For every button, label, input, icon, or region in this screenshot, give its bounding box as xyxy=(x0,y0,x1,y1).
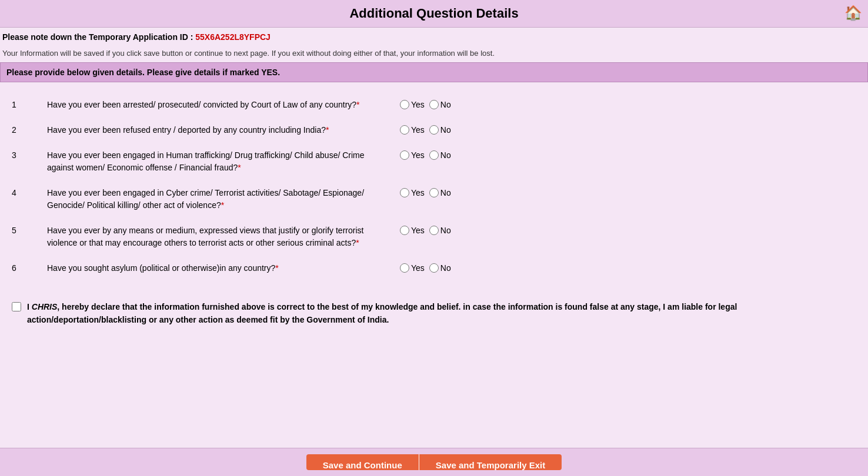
question-options-5: Yes No xyxy=(400,224,470,235)
app-id-bar: Please note down the Temporary Applicati… xyxy=(0,28,868,46)
no-option-6[interactable]: No xyxy=(429,263,451,273)
page-title: Additional Question Details xyxy=(6,6,862,21)
yes-radio-3[interactable] xyxy=(400,150,409,160)
no-radio-5[interactable] xyxy=(429,226,439,235)
app-id-label: Please note down the Temporary Applicati… xyxy=(2,32,193,42)
required-marker-2: * xyxy=(326,125,329,135)
question-text-3: Have you ever been engaged in Human traf… xyxy=(47,149,400,174)
declaration-content: I CHRIS, hereby declare that the informa… xyxy=(27,300,856,327)
no-radio-3[interactable] xyxy=(429,150,439,160)
yes-radio-4[interactable] xyxy=(400,188,409,197)
no-option-4[interactable]: No xyxy=(429,188,451,197)
question-number-4: 4 xyxy=(12,187,47,197)
no-option-3[interactable]: No xyxy=(429,150,451,160)
app-id-value: 55X6A252L8YFPCJ xyxy=(195,32,271,42)
yes-radio-2[interactable] xyxy=(400,125,409,135)
questions-section: 1 Have you ever been arrested/ prosecute… xyxy=(0,82,868,291)
yes-radio-6[interactable] xyxy=(400,263,409,273)
question-row-5: 5 Have you ever by any means or medium, … xyxy=(12,222,856,252)
no-option-2[interactable]: No xyxy=(429,125,451,135)
question-number-5: 5 xyxy=(12,224,47,235)
declaration-after: , hereby declare that the information fu… xyxy=(27,302,737,324)
question-number-3: 3 xyxy=(12,149,47,160)
declaration-text: I CHRIS, hereby declare that the informa… xyxy=(12,300,856,327)
question-text-4: Have you ever been engaged in Cyber crim… xyxy=(47,187,400,212)
question-row-1: 1 Have you ever been arrested/ prosecute… xyxy=(12,96,856,113)
question-text-5: Have you ever by any means or medium, ex… xyxy=(47,224,400,249)
no-radio-4[interactable] xyxy=(429,188,439,197)
required-marker-5: * xyxy=(356,238,359,247)
no-radio-1[interactable] xyxy=(429,100,439,109)
info-text: Your Information will be saved if you cl… xyxy=(0,46,868,62)
question-text-1: Have you ever been arrested/ prosecuted/… xyxy=(47,99,400,111)
question-number-6: 6 xyxy=(12,262,47,273)
question-number-1: 1 xyxy=(12,99,47,109)
yes-option-3[interactable]: Yes xyxy=(400,150,425,160)
yes-option-5[interactable]: Yes xyxy=(400,226,425,235)
question-options-1: Yes No xyxy=(400,99,470,109)
required-marker-1: * xyxy=(356,100,359,109)
question-row-6: 6 Have you sought asylum (political or o… xyxy=(12,260,856,277)
question-text-6: Have you sought asylum (political or oth… xyxy=(47,262,400,274)
required-marker-3: * xyxy=(238,163,241,172)
declaration-name: CHRIS xyxy=(32,302,58,311)
question-number-2: 2 xyxy=(12,124,47,135)
question-row-4: 4 Have you ever been engaged in Cyber cr… xyxy=(12,185,856,214)
question-row-3: 3 Have you ever been engaged in Human tr… xyxy=(12,147,856,176)
no-radio-6[interactable] xyxy=(429,263,439,273)
question-options-6: Yes No xyxy=(400,262,470,273)
question-options-3: Yes No xyxy=(400,149,470,160)
question-options-2: Yes No xyxy=(400,124,470,135)
home-icon[interactable]: 🏠 xyxy=(844,5,862,21)
save-continue-button[interactable]: Save and Continue xyxy=(306,454,419,470)
instruction-bar: Please provide below given details. Plea… xyxy=(0,62,868,82)
question-text-2: Have you ever been refused entry / depor… xyxy=(47,124,400,136)
yes-option-6[interactable]: Yes xyxy=(400,263,425,273)
yes-radio-5[interactable] xyxy=(400,226,409,235)
no-option-5[interactable]: No xyxy=(429,226,451,235)
declaration-checkbox[interactable] xyxy=(12,302,21,311)
header-bar: Additional Question Details 🏠 xyxy=(0,0,868,28)
yes-option-1[interactable]: Yes xyxy=(400,100,425,109)
yes-option-4[interactable]: Yes xyxy=(400,188,425,197)
no-option-1[interactable]: No xyxy=(429,100,451,109)
save-exit-button[interactable]: Save and Temporarily Exit xyxy=(419,454,562,470)
required-marker-4: * xyxy=(221,200,224,210)
no-radio-2[interactable] xyxy=(429,125,439,135)
yes-radio-1[interactable] xyxy=(400,100,409,109)
required-marker-6: * xyxy=(275,263,278,273)
question-options-4: Yes No xyxy=(400,187,470,197)
question-row-2: 2 Have you ever been refused entry / dep… xyxy=(12,122,856,139)
yes-option-2[interactable]: Yes xyxy=(400,125,425,135)
declaration-section: I CHRIS, hereby declare that the informa… xyxy=(0,291,868,336)
footer-bar: Save and Continue Save and Temporarily E… xyxy=(0,448,868,476)
